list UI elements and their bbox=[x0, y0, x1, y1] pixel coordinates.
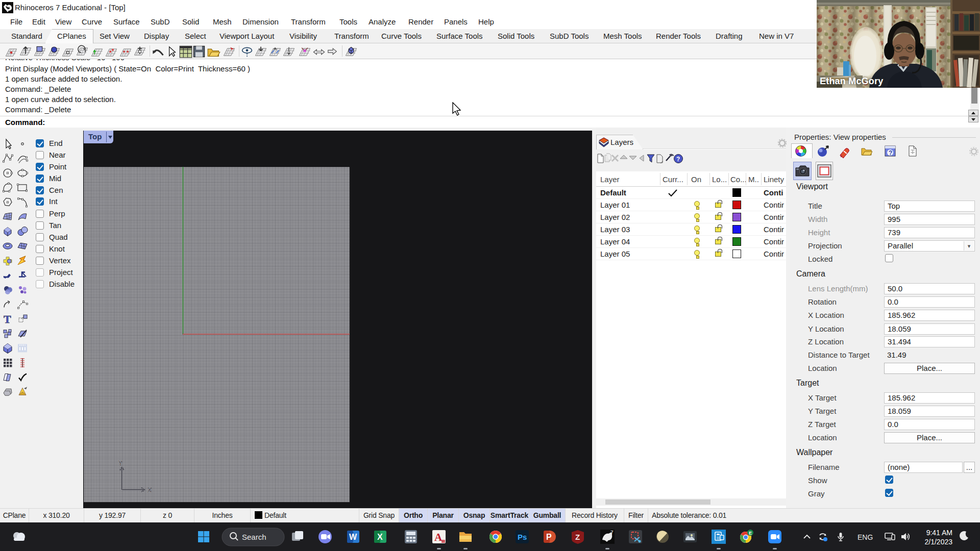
svg-text:ENG: ENG bbox=[857, 533, 873, 541]
svg-text:Y: Y bbox=[118, 459, 123, 467]
svg-text:Z: Z bbox=[575, 533, 580, 541]
svg-text:P: P bbox=[546, 533, 552, 541]
svg-text:T: T bbox=[4, 313, 11, 325]
svg-text:2/1/2023: 2/1/2023 bbox=[925, 538, 953, 546]
svg-text:E: E bbox=[749, 531, 752, 536]
svg-text:X: X bbox=[148, 486, 152, 494]
svg-text:9:41 AM: 9:41 AM bbox=[926, 529, 952, 537]
svg-text:Search: Search bbox=[242, 533, 266, 541]
svg-text:A: A bbox=[434, 531, 443, 543]
svg-text:X: X bbox=[377, 533, 383, 541]
svg-text:7: 7 bbox=[610, 530, 614, 536]
svg-text:Ps: Ps bbox=[518, 533, 527, 541]
svg-text:?: ? bbox=[889, 149, 892, 157]
svg-text:?: ? bbox=[676, 156, 680, 163]
svg-text:W: W bbox=[349, 533, 357, 541]
